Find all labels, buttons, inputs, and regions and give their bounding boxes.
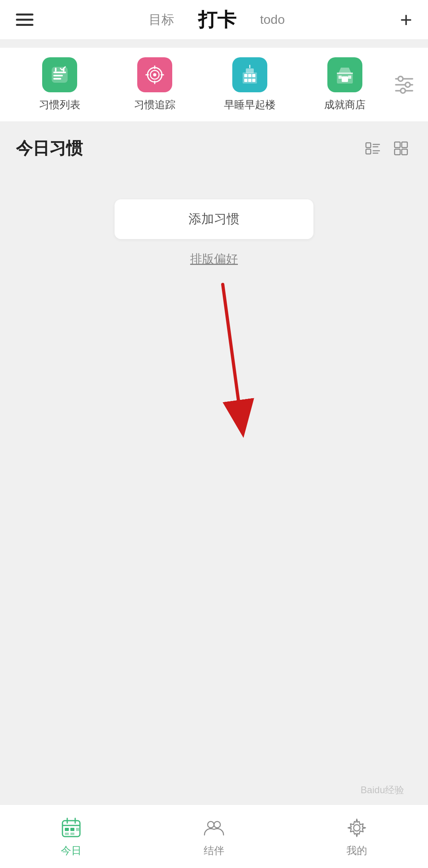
svg-rect-51 bbox=[65, 833, 69, 835]
grid-view-toggle[interactable] bbox=[390, 137, 412, 160]
layout-preference-link[interactable]: 排版偏好 bbox=[190, 251, 238, 267]
partner-nav-label: 结伴 bbox=[204, 844, 224, 858]
svg-rect-26 bbox=[348, 76, 351, 79]
svg-point-30 bbox=[398, 76, 403, 81]
list-view-toggle[interactable] bbox=[361, 137, 383, 160]
svg-rect-2 bbox=[53, 75, 63, 76]
filter-settings-icon[interactable] bbox=[392, 73, 416, 97]
app-header: 目标 打卡 todo + bbox=[0, 0, 428, 40]
mine-nav-label: 我的 bbox=[346, 844, 367, 858]
svg-rect-17 bbox=[244, 79, 247, 82]
svg-point-31 bbox=[405, 82, 410, 87]
svg-rect-18 bbox=[248, 79, 251, 82]
svg-rect-3 bbox=[53, 78, 61, 80]
bottom-nav-today[interactable]: 今日 bbox=[0, 815, 143, 858]
svg-rect-53 bbox=[76, 828, 79, 831]
gear-icon bbox=[346, 817, 368, 839]
svg-line-44 bbox=[223, 284, 243, 432]
main-content: 今日习惯 bbox=[0, 121, 428, 678]
annotation-arrow bbox=[167, 280, 270, 448]
svg-rect-42 bbox=[402, 149, 407, 155]
svg-rect-19 bbox=[252, 79, 255, 82]
svg-rect-33 bbox=[366, 143, 371, 148]
svg-rect-40 bbox=[402, 142, 407, 148]
watermark: Baidu经验 bbox=[361, 784, 404, 796]
svg-rect-52 bbox=[70, 833, 74, 835]
today-nav-label: 今日 bbox=[61, 844, 82, 858]
habit-list-icon-wrap bbox=[42, 57, 77, 92]
today-habits-title: 今日习惯 bbox=[16, 137, 83, 160]
nav-item-todo[interactable]: todo bbox=[260, 12, 285, 27]
habit-track-icon-wrap bbox=[137, 57, 172, 92]
shortcut-early-rise[interactable]: 早睡早起楼 bbox=[202, 57, 297, 112]
habit-list-icon bbox=[49, 64, 70, 85]
grid-view-icon bbox=[393, 140, 409, 156]
partner-nav-icon bbox=[201, 815, 227, 841]
bottom-navigation: 今日 结伴 我的 bbox=[0, 804, 428, 868]
menu-icon[interactable] bbox=[16, 14, 33, 26]
habit-empty-area: 添加习惯 排版偏好 bbox=[0, 167, 428, 283]
add-button[interactable]: + bbox=[400, 10, 412, 30]
shortcut-habit-list[interactable]: 习惯列表 bbox=[12, 57, 107, 112]
app-title[interactable]: 打卡 bbox=[198, 7, 236, 33]
shortcut-habit-list-label: 习惯列表 bbox=[39, 98, 80, 112]
achievement-shop-icon-wrap bbox=[327, 57, 362, 92]
today-nav-icon bbox=[58, 815, 84, 841]
svg-rect-23 bbox=[342, 76, 348, 82]
svg-point-8 bbox=[153, 73, 156, 76]
people-icon bbox=[203, 817, 225, 839]
svg-point-32 bbox=[401, 88, 405, 93]
svg-rect-15 bbox=[248, 74, 251, 77]
early-rise-icon bbox=[239, 64, 260, 85]
view-toggle-group bbox=[361, 137, 412, 160]
nav-item-goal[interactable]: 目标 bbox=[149, 11, 174, 29]
svg-rect-25 bbox=[339, 76, 342, 79]
header-nav: 目标 打卡 todo bbox=[149, 7, 285, 33]
bottom-nav-partner[interactable]: 结伴 bbox=[143, 815, 286, 858]
calendar-icon bbox=[60, 817, 82, 839]
bottom-nav-mine[interactable]: 我的 bbox=[285, 815, 428, 858]
sliders-icon bbox=[392, 73, 416, 97]
shortcut-habit-track[interactable]: 习惯追踪 bbox=[107, 57, 202, 112]
svg-point-56 bbox=[354, 825, 360, 831]
svg-rect-41 bbox=[395, 149, 400, 155]
today-habits-section-header: 今日习惯 bbox=[0, 121, 428, 167]
svg-rect-49 bbox=[65, 828, 69, 831]
svg-rect-16 bbox=[252, 74, 255, 77]
achievement-shop-icon bbox=[335, 64, 355, 85]
mine-nav-icon bbox=[344, 815, 370, 841]
list-view-icon bbox=[364, 140, 380, 156]
shortcut-achievement-shop-label: 成就商店 bbox=[324, 98, 366, 112]
svg-rect-1 bbox=[53, 72, 66, 73]
svg-rect-34 bbox=[366, 149, 371, 154]
shortcut-achievement-shop[interactable]: 成就商店 bbox=[297, 57, 392, 112]
svg-rect-20 bbox=[246, 68, 254, 73]
shortcut-habit-track-label: 习惯追踪 bbox=[134, 98, 175, 112]
habit-track-icon bbox=[144, 64, 165, 85]
shortcut-early-rise-label: 早睡早起楼 bbox=[224, 98, 276, 112]
shortcuts-panel: 习惯列表 习惯追踪 bbox=[0, 48, 428, 121]
svg-rect-39 bbox=[395, 142, 400, 148]
svg-rect-50 bbox=[70, 828, 74, 831]
add-habit-button[interactable]: 添加习惯 bbox=[115, 199, 313, 239]
svg-rect-14 bbox=[244, 74, 247, 77]
svg-point-54 bbox=[208, 821, 214, 828]
svg-rect-4 bbox=[55, 68, 56, 72]
early-rise-icon-wrap bbox=[232, 57, 267, 92]
svg-point-55 bbox=[214, 821, 220, 828]
